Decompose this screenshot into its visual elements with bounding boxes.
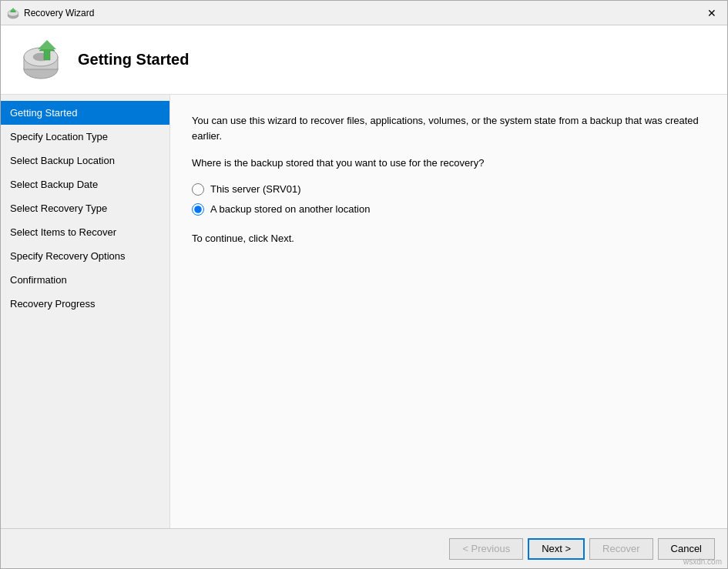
recover-button[interactable]: Recover <box>589 538 653 560</box>
main-content: You can use this wizard to recover files… <box>170 95 727 528</box>
header-area: Getting Started <box>1 25 727 95</box>
sidebar-item-select-recovery-type[interactable]: Select Recovery Type <box>1 196 169 220</box>
cancel-button[interactable]: Cancel <box>658 538 715 560</box>
svg-marker-9 <box>38 40 56 49</box>
footer: < Previous Next > Recover Cancel <box>1 528 727 568</box>
sidebar-item-select-items-to-recover[interactable]: Select Items to Recover <box>1 220 169 244</box>
sidebar-item-specify-location-type[interactable]: Specify Location Type <box>1 125 169 149</box>
sidebar-item-select-backup-location[interactable]: Select Backup Location <box>1 149 169 172</box>
sidebar-item-getting-started[interactable]: Getting Started <box>1 101 169 125</box>
recovery-wizard-icon <box>18 37 64 83</box>
title-bar-icon <box>7 7 19 19</box>
radio-another-location[interactable] <box>192 203 204 216</box>
title-bar: Recovery Wizard ✕ <box>1 1 727 25</box>
wizard-icon-area <box>16 35 65 85</box>
sidebar-item-select-backup-date[interactable]: Select Backup Date <box>1 172 169 196</box>
radio-option-another-location[interactable]: A backup stored on another location <box>192 203 706 216</box>
radio-option-this-server[interactable]: This server (SRV01) <box>192 183 706 196</box>
recovery-wizard-window: Recovery Wizard ✕ Getting Started Gettin… <box>0 0 728 569</box>
radio-this-server[interactable] <box>192 183 204 196</box>
sidebar: Getting Started Specify Location Type Se… <box>1 95 170 528</box>
radio-this-server-label[interactable]: This server (SRV01) <box>210 183 301 195</box>
radio-another-location-label[interactable]: A backup stored on another location <box>210 203 370 215</box>
watermark: wsxdn.com <box>683 557 722 566</box>
continue-text: To continue, click Next. <box>192 231 706 246</box>
description-text: You can use this wizard to recover files… <box>192 113 706 143</box>
sidebar-item-recovery-progress[interactable]: Recovery Progress <box>1 292 169 316</box>
title-bar-title: Recovery Wizard <box>24 8 703 18</box>
sidebar-item-confirmation[interactable]: Confirmation <box>1 268 169 292</box>
backup-location-radio-group: This server (SRV01) A backup stored on a… <box>192 183 706 216</box>
content-area: Getting Started Specify Location Type Se… <box>1 95 727 528</box>
svg-marker-3 <box>11 8 15 11</box>
sidebar-item-specify-recovery-options[interactable]: Specify Recovery Options <box>1 244 169 268</box>
page-title: Getting Started <box>78 51 189 69</box>
question-text: Where is the backup stored that you want… <box>192 156 706 171</box>
next-button[interactable]: Next > <box>528 538 585 560</box>
close-button[interactable]: ✕ <box>703 4 721 22</box>
previous-button[interactable]: < Previous <box>449 538 523 560</box>
